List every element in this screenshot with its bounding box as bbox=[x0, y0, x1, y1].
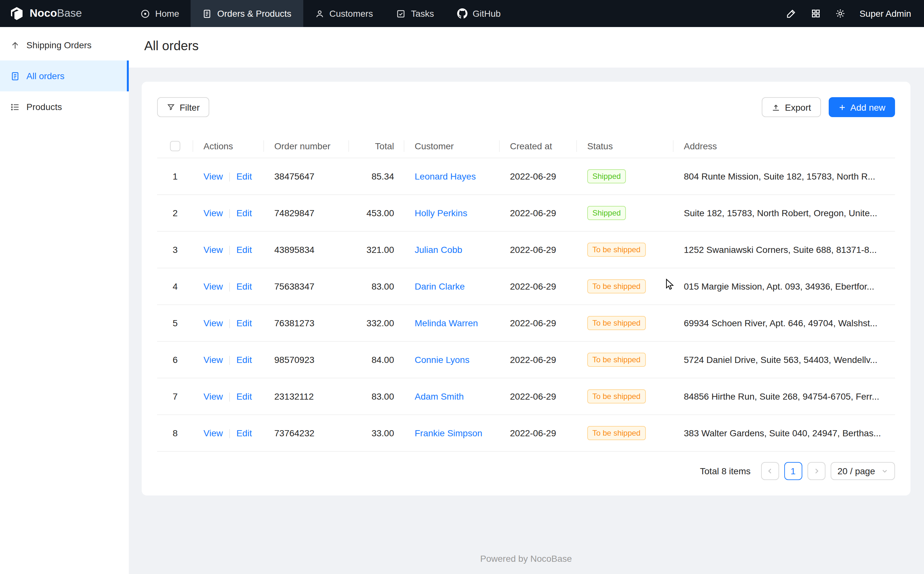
ui-editor-icon[interactable] bbox=[786, 8, 796, 19]
order-number-cell: 43895834 bbox=[264, 232, 349, 268]
actions-divider bbox=[229, 320, 230, 328]
column-order-number: Order number bbox=[264, 134, 349, 158]
view-link[interactable]: View bbox=[204, 391, 223, 402]
customer-link[interactable]: Darin Clarke bbox=[415, 282, 465, 292]
view-link[interactable]: View bbox=[204, 355, 223, 365]
edit-link[interactable]: Edit bbox=[236, 391, 252, 402]
github-icon bbox=[457, 8, 468, 19]
nav-item-customers[interactable]: Customers bbox=[303, 0, 384, 27]
column-created-at: Created at bbox=[500, 134, 577, 158]
status-cell: To be shipped bbox=[577, 305, 673, 342]
actions-divider bbox=[229, 283, 230, 292]
add-new-button-label: Add new bbox=[850, 102, 885, 112]
next-page-button[interactable] bbox=[807, 462, 825, 480]
status-badge: Shipped bbox=[587, 170, 626, 184]
status-badge: To be shipped bbox=[587, 280, 646, 294]
nav-item-github[interactable]: GitHub bbox=[445, 0, 512, 27]
order-number-cell: 76381273 bbox=[264, 305, 349, 342]
content: Filter Export bbox=[129, 68, 924, 574]
order-number-cell: 75638347 bbox=[264, 268, 349, 305]
export-button-label: Export bbox=[785, 102, 811, 112]
column-actions: Actions bbox=[193, 134, 264, 158]
page-1-button[interactable]: 1 bbox=[784, 462, 802, 480]
edit-link[interactable]: Edit bbox=[236, 355, 252, 365]
customer-cell: Darin Clarke bbox=[404, 268, 500, 305]
row-actions: ViewEdit bbox=[193, 378, 264, 415]
created-at-cell: 2022-06-29 bbox=[500, 195, 577, 232]
order-number-cell: 74829847 bbox=[264, 195, 349, 232]
total-cell: 83.00 bbox=[349, 378, 404, 415]
customer-cell: Julian Cobb bbox=[404, 232, 500, 268]
customer-link[interactable]: Holly Perkins bbox=[415, 208, 467, 218]
customer-link[interactable]: Frankie Simpson bbox=[415, 428, 482, 438]
nav-item-label: Orders & Products bbox=[217, 8, 291, 19]
nav-item-tasks[interactable]: Tasks bbox=[384, 0, 445, 27]
edit-link[interactable]: Edit bbox=[236, 244, 252, 255]
view-link[interactable]: View bbox=[204, 171, 223, 181]
settings-icon[interactable] bbox=[835, 8, 845, 19]
orders-card: Filter Export bbox=[142, 82, 910, 496]
column-customer: Customer bbox=[404, 134, 500, 158]
created-at-cell: 2022-06-29 bbox=[500, 378, 577, 415]
page-size-select[interactable]: 20 / page bbox=[830, 462, 895, 480]
export-button[interactable]: Export bbox=[762, 97, 821, 117]
sidebar-item-shipping-orders[interactable]: Shipping Orders bbox=[0, 30, 129, 60]
prev-page-button[interactable] bbox=[761, 462, 779, 480]
edit-link[interactable]: Edit bbox=[236, 428, 252, 438]
customer-link[interactable]: Connie Lyons bbox=[415, 355, 469, 365]
address-cell: Suite 182, 15783, North Robert, Oregon, … bbox=[673, 195, 895, 232]
view-link[interactable]: View bbox=[204, 208, 223, 218]
view-link[interactable]: View bbox=[204, 428, 223, 438]
table-row: 1 ViewEdit 38475647 85.34 Leonard Hayes … bbox=[157, 158, 895, 195]
actions-divider bbox=[229, 246, 230, 255]
export-icon bbox=[771, 102, 780, 112]
status-badge: To be shipped bbox=[587, 390, 646, 404]
customer-link[interactable]: Adam Smith bbox=[415, 391, 464, 402]
row-index: 6 bbox=[157, 342, 193, 378]
edit-link[interactable]: Edit bbox=[236, 318, 252, 328]
sidebar-item-all-orders[interactable]: All orders bbox=[0, 60, 129, 91]
nav-item-label: GitHub bbox=[472, 8, 501, 19]
tasks-icon bbox=[396, 9, 406, 18]
nav-item-orders-products[interactable]: Orders & Products bbox=[191, 0, 303, 27]
filter-button[interactable]: Filter bbox=[157, 97, 209, 117]
edit-link[interactable]: Edit bbox=[236, 281, 252, 292]
customer-link[interactable]: Julian Cobb bbox=[415, 245, 462, 255]
order-number-cell: 98570923 bbox=[264, 342, 349, 378]
main: All orders Filter bbox=[129, 27, 924, 574]
status-cell: Shipped bbox=[577, 195, 673, 232]
total-cell: 321.00 bbox=[349, 232, 404, 268]
edit-link[interactable]: Edit bbox=[236, 171, 252, 181]
pagination: Total 8 items 1 20 / page bbox=[157, 462, 895, 480]
view-link[interactable]: View bbox=[204, 244, 223, 255]
select-all-header bbox=[157, 134, 193, 158]
page-title: All orders bbox=[144, 39, 908, 54]
nocobase-logo-icon bbox=[9, 6, 24, 21]
status-cell: To be shipped bbox=[577, 232, 673, 268]
select-all-checkbox[interactable] bbox=[170, 141, 180, 151]
table-row: 2 ViewEdit 74829847 453.00 Holly Perkins… bbox=[157, 195, 895, 232]
total-cell: 33.00 bbox=[349, 415, 404, 452]
actions-divider bbox=[229, 356, 230, 365]
status-cell: To be shipped bbox=[577, 268, 673, 305]
main-nav: Home Orders & Products Customers Tasks bbox=[129, 0, 773, 27]
total-cell: 453.00 bbox=[349, 195, 404, 232]
layout: Shipping Orders All orders Products All … bbox=[0, 27, 924, 574]
edit-link[interactable]: Edit bbox=[236, 208, 252, 218]
customer-link[interactable]: Melinda Warren bbox=[415, 318, 478, 328]
user-menu[interactable]: Super Admin bbox=[859, 8, 911, 19]
address-cell: 84856 Hirthe Run, Suite 268, 94754-6705,… bbox=[673, 378, 895, 415]
status-badge: To be shipped bbox=[587, 353, 646, 367]
add-new-button[interactable]: Add new bbox=[828, 97, 895, 117]
view-link[interactable]: View bbox=[204, 318, 223, 328]
view-link[interactable]: View bbox=[204, 281, 223, 292]
customer-link[interactable]: Leonard Hayes bbox=[415, 172, 476, 182]
address-cell: 1252 Swaniawski Corners, Suite 688, 8137… bbox=[673, 232, 895, 268]
sidebar-item-products[interactable]: Products bbox=[0, 91, 129, 122]
plugin-manager-icon[interactable] bbox=[811, 8, 821, 19]
nav-item-home[interactable]: Home bbox=[129, 0, 191, 27]
nav-item-label: Tasks bbox=[411, 8, 434, 19]
row-actions: ViewEdit bbox=[193, 195, 264, 232]
column-total: Total bbox=[349, 134, 404, 158]
brand[interactable]: NocoBase bbox=[0, 6, 129, 21]
